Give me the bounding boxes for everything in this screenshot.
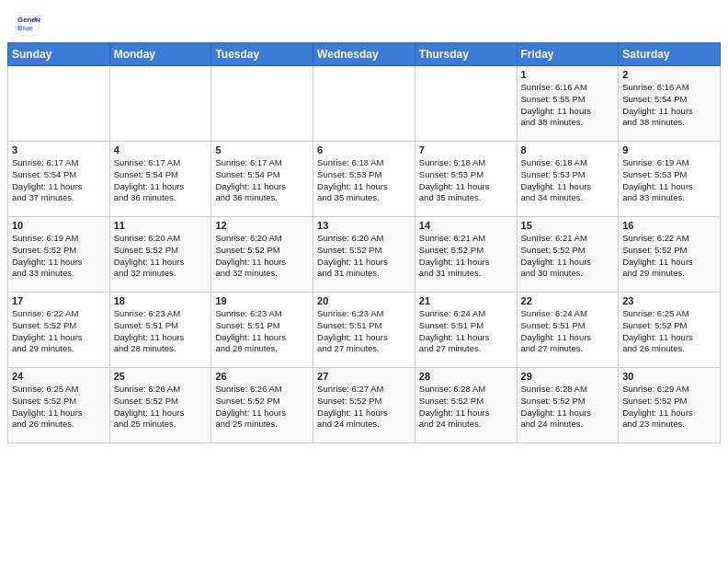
day-cell: 14Sunrise: 6:21 AM Sunset: 5:52 PM Dayli… <box>415 217 517 293</box>
day-number: 3 <box>12 144 106 155</box>
day-number: 19 <box>215 295 309 306</box>
day-cell: 4Sunrise: 6:17 AM Sunset: 5:54 PM Daylig… <box>109 142 211 217</box>
day-cell: 15Sunrise: 6:21 AM Sunset: 5:52 PM Dayli… <box>517 217 619 293</box>
day-cell <box>415 66 517 142</box>
day-number: 17 <box>12 295 106 306</box>
day-cell: 6Sunrise: 6:18 AM Sunset: 5:53 PM Daylig… <box>313 142 415 217</box>
weekday-header-monday: Monday <box>109 43 211 66</box>
day-info: Sunrise: 6:16 AM Sunset: 5:55 PM Dayligh… <box>521 82 615 129</box>
day-number: 29 <box>521 371 615 382</box>
day-cell <box>313 66 415 142</box>
day-info: Sunrise: 6:22 AM Sunset: 5:52 PM Dayligh… <box>12 308 106 355</box>
day-info: Sunrise: 6:19 AM Sunset: 5:52 PM Dayligh… <box>12 233 106 280</box>
day-info: Sunrise: 6:26 AM Sunset: 5:52 PM Dayligh… <box>114 384 208 431</box>
day-info: Sunrise: 6:24 AM Sunset: 5:51 PM Dayligh… <box>419 308 513 355</box>
day-cell: 26Sunrise: 6:26 AM Sunset: 5:52 PM Dayli… <box>211 368 313 443</box>
day-cell: 19Sunrise: 6:23 AM Sunset: 5:51 PM Dayli… <box>211 293 313 368</box>
day-cell: 27Sunrise: 6:27 AM Sunset: 5:52 PM Dayli… <box>313 368 415 443</box>
day-number: 8 <box>521 144 615 155</box>
header: General Blue <box>0 0 728 42</box>
day-cell: 11Sunrise: 6:20 AM Sunset: 5:52 PM Dayli… <box>109 217 211 293</box>
day-cell: 13Sunrise: 6:20 AM Sunset: 5:52 PM Dayli… <box>313 217 415 293</box>
day-number: 23 <box>622 295 716 306</box>
week-row-2: 10Sunrise: 6:19 AM Sunset: 5:52 PM Dayli… <box>8 217 721 293</box>
week-row-3: 17Sunrise: 6:22 AM Sunset: 5:52 PM Dayli… <box>8 293 721 368</box>
page: General Blue SundayMondayTuesdayWednesda… <box>0 0 728 563</box>
day-info: Sunrise: 6:27 AM Sunset: 5:52 PM Dayligh… <box>317 384 411 431</box>
day-info: Sunrise: 6:23 AM Sunset: 5:51 PM Dayligh… <box>114 308 208 355</box>
day-number: 14 <box>419 220 513 231</box>
day-info: Sunrise: 6:17 AM Sunset: 5:54 PM Dayligh… <box>12 157 106 204</box>
calendar-wrapper: SundayMondayTuesdayWednesdayThursdayFrid… <box>0 42 728 563</box>
day-info: Sunrise: 6:25 AM Sunset: 5:52 PM Dayligh… <box>622 308 716 355</box>
day-cell: 10Sunrise: 6:19 AM Sunset: 5:52 PM Dayli… <box>8 217 110 293</box>
day-cell: 5Sunrise: 6:17 AM Sunset: 5:54 PM Daylig… <box>211 142 313 217</box>
day-number: 25 <box>114 371 208 382</box>
day-cell: 9Sunrise: 6:19 AM Sunset: 5:53 PM Daylig… <box>619 142 721 217</box>
day-info: Sunrise: 6:18 AM Sunset: 5:53 PM Dayligh… <box>317 157 411 204</box>
day-cell: 12Sunrise: 6:20 AM Sunset: 5:52 PM Dayli… <box>211 217 313 293</box>
day-info: Sunrise: 6:21 AM Sunset: 5:52 PM Dayligh… <box>419 233 513 280</box>
day-info: Sunrise: 6:22 AM Sunset: 5:52 PM Dayligh… <box>622 233 716 280</box>
week-row-0: 1Sunrise: 6:16 AM Sunset: 5:55 PM Daylig… <box>8 66 721 142</box>
logo-icon: General Blue <box>15 11 40 37</box>
day-number: 18 <box>114 295 208 306</box>
day-info: Sunrise: 6:18 AM Sunset: 5:53 PM Dayligh… <box>521 157 615 204</box>
day-number: 21 <box>419 295 513 306</box>
day-cell: 16Sunrise: 6:22 AM Sunset: 5:52 PM Dayli… <box>619 217 721 293</box>
day-number: 12 <box>215 220 309 231</box>
weekday-header-saturday: Saturday <box>619 43 721 66</box>
day-number: 2 <box>622 69 716 80</box>
weekday-header-wednesday: Wednesday <box>313 43 415 66</box>
day-cell: 7Sunrise: 6:18 AM Sunset: 5:53 PM Daylig… <box>415 142 517 217</box>
day-info: Sunrise: 6:17 AM Sunset: 5:54 PM Dayligh… <box>215 157 309 204</box>
day-number: 27 <box>317 371 411 382</box>
day-number: 1 <box>521 69 615 80</box>
day-info: Sunrise: 6:25 AM Sunset: 5:52 PM Dayligh… <box>12 384 106 431</box>
day-cell: 29Sunrise: 6:28 AM Sunset: 5:52 PM Dayli… <box>517 368 619 443</box>
calendar-table: SundayMondayTuesdayWednesdayThursdayFrid… <box>7 42 721 443</box>
week-row-4: 24Sunrise: 6:25 AM Sunset: 5:52 PM Dayli… <box>8 368 721 443</box>
day-info: Sunrise: 6:23 AM Sunset: 5:51 PM Dayligh… <box>317 308 411 355</box>
day-cell: 24Sunrise: 6:25 AM Sunset: 5:52 PM Dayli… <box>8 368 110 443</box>
day-info: Sunrise: 6:24 AM Sunset: 5:51 PM Dayligh… <box>521 308 615 355</box>
day-number: 24 <box>12 371 106 382</box>
day-info: Sunrise: 6:20 AM Sunset: 5:52 PM Dayligh… <box>215 233 309 280</box>
day-number: 6 <box>317 144 411 155</box>
day-info: Sunrise: 6:26 AM Sunset: 5:52 PM Dayligh… <box>215 384 309 431</box>
day-number: 22 <box>521 295 615 306</box>
day-cell: 30Sunrise: 6:29 AM Sunset: 5:52 PM Dayli… <box>619 368 721 443</box>
calendar-header: SundayMondayTuesdayWednesdayThursdayFrid… <box>8 43 721 66</box>
day-cell: 8Sunrise: 6:18 AM Sunset: 5:53 PM Daylig… <box>517 142 619 217</box>
weekday-header-thursday: Thursday <box>415 43 517 66</box>
day-number: 4 <box>114 144 208 155</box>
day-number: 30 <box>622 371 716 382</box>
day-number: 5 <box>215 144 309 155</box>
day-number: 10 <box>12 220 106 231</box>
day-cell: 20Sunrise: 6:23 AM Sunset: 5:51 PM Dayli… <box>313 293 415 368</box>
day-info: Sunrise: 6:29 AM Sunset: 5:52 PM Dayligh… <box>622 384 716 431</box>
day-number: 13 <box>317 220 411 231</box>
day-info: Sunrise: 6:28 AM Sunset: 5:52 PM Dayligh… <box>419 384 513 431</box>
day-info: Sunrise: 6:28 AM Sunset: 5:52 PM Dayligh… <box>521 384 615 431</box>
day-number: 15 <box>521 220 615 231</box>
day-number: 16 <box>622 220 716 231</box>
day-cell <box>8 66 110 142</box>
day-cell: 18Sunrise: 6:23 AM Sunset: 5:51 PM Dayli… <box>109 293 211 368</box>
svg-text:Blue: Blue <box>17 24 34 32</box>
day-cell: 28Sunrise: 6:28 AM Sunset: 5:52 PM Dayli… <box>415 368 517 443</box>
day-cell: 17Sunrise: 6:22 AM Sunset: 5:52 PM Dayli… <box>8 293 110 368</box>
day-info: Sunrise: 6:23 AM Sunset: 5:51 PM Dayligh… <box>215 308 309 355</box>
logo: General Blue <box>15 11 44 37</box>
day-cell <box>211 66 313 142</box>
day-cell: 1Sunrise: 6:16 AM Sunset: 5:55 PM Daylig… <box>517 66 619 142</box>
day-number: 7 <box>419 144 513 155</box>
day-info: Sunrise: 6:21 AM Sunset: 5:52 PM Dayligh… <box>521 233 615 280</box>
day-info: Sunrise: 6:19 AM Sunset: 5:53 PM Dayligh… <box>622 157 716 204</box>
day-cell: 23Sunrise: 6:25 AM Sunset: 5:52 PM Dayli… <box>619 293 721 368</box>
day-number: 9 <box>622 144 716 155</box>
day-number: 26 <box>215 371 309 382</box>
weekday-header-tuesday: Tuesday <box>211 43 313 66</box>
day-info: Sunrise: 6:18 AM Sunset: 5:53 PM Dayligh… <box>419 157 513 204</box>
week-row-1: 3Sunrise: 6:17 AM Sunset: 5:54 PM Daylig… <box>8 142 721 217</box>
